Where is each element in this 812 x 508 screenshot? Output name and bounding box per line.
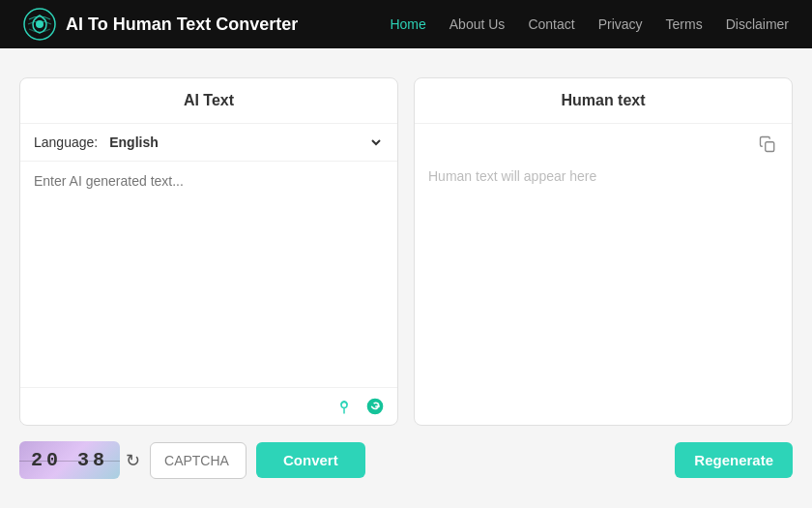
right-bottom-area: Regenerate <box>375 442 793 478</box>
main-container: AI Text Language: English Spanish French… <box>0 48 812 498</box>
right-panel: Human text Human text will appear here <box>414 77 793 426</box>
nav-title: AI To Human Text Converter <box>66 15 298 35</box>
captcha-box: 20 38 ↻ <box>19 441 140 479</box>
nav-link-about[interactable]: About Us <box>450 16 506 32</box>
language-label: Language: <box>34 134 98 150</box>
convert-button[interactable]: Convert <box>256 442 365 478</box>
left-panel-title: AI Text <box>20 78 397 124</box>
nav-links: Home About Us Contact Privacy Terms Disc… <box>390 16 789 32</box>
captcha-text: 20 38 <box>31 449 108 471</box>
captcha-refresh-button[interactable]: ↻ <box>126 450 140 471</box>
left-panel-footer <box>20 387 397 425</box>
regenerate-button[interactable]: Regenerate <box>675 442 793 478</box>
captcha-image: 20 38 <box>19 441 120 479</box>
human-text-placeholder: Human text will appear here <box>415 164 792 425</box>
nav-logo: AI To Human Text Converter <box>23 8 390 41</box>
logo-icon <box>23 8 56 41</box>
navbar: AI To Human Text Converter Home About Us… <box>0 0 812 48</box>
nav-link-privacy[interactable]: Privacy <box>598 16 643 32</box>
bottom-bar: 20 38 ↻ Convert Regenerate <box>19 441 793 479</box>
left-panel: AI Text Language: English Spanish French… <box>19 77 398 426</box>
grammarly-icon[interactable] <box>362 394 388 419</box>
pin-icon[interactable] <box>332 394 357 419</box>
captcha-input[interactable] <box>150 442 246 479</box>
language-row: Language: English Spanish French German … <box>20 124 397 162</box>
nav-link-terms[interactable]: Terms <box>666 16 703 32</box>
panels: AI Text Language: English Spanish French… <box>19 77 793 426</box>
svg-rect-5 <box>766 142 774 152</box>
right-panel-top <box>415 124 792 164</box>
right-panel-title: Human text <box>415 78 792 124</box>
nav-link-contact[interactable]: Contact <box>528 16 574 32</box>
ai-text-input[interactable] <box>20 162 397 387</box>
copy-icon[interactable] <box>755 132 780 157</box>
nav-link-disclaimer[interactable]: Disclaimer <box>726 16 789 32</box>
language-select[interactable]: English Spanish French German Italian Po… <box>105 134 384 151</box>
nav-link-home[interactable]: Home <box>390 16 425 32</box>
